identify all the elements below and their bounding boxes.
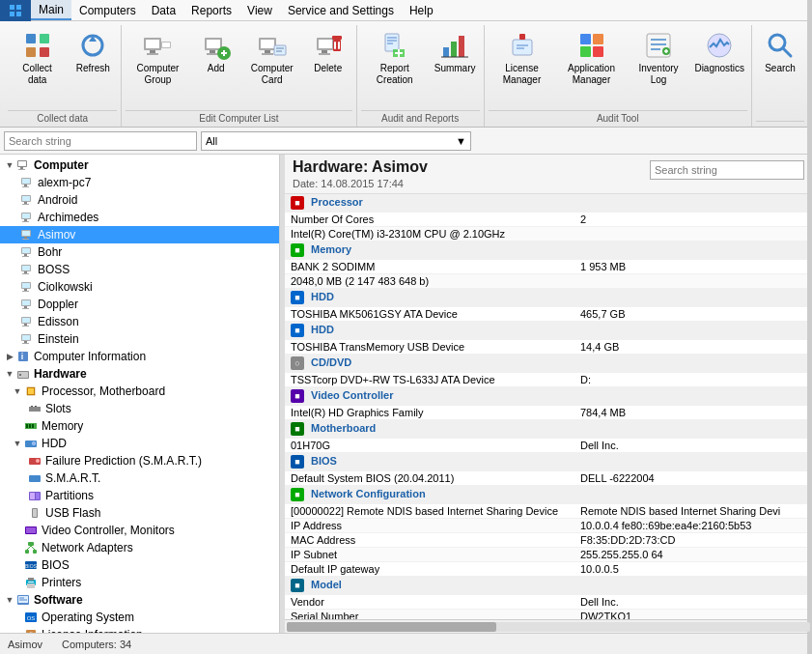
table-category-row: ■ HDD	[285, 289, 812, 307]
horizontal-scrollbar[interactable]	[285, 619, 812, 633]
menu-help[interactable]: Help	[402, 0, 441, 20]
app-button[interactable]	[0, 0, 31, 21]
row-label: TOSHIBA MK5061GSY ATA Device	[285, 307, 574, 322]
tree-section-hardware[interactable]: ▼ Hardware	[0, 365, 279, 383]
tree-item-label: Memory	[42, 419, 83, 433]
menu-reports[interactable]: Reports	[183, 0, 239, 20]
tree-item-hdd[interactable]: ▼ HDD	[0, 435, 279, 452]
collect-data-button[interactable]: Collect data	[8, 25, 67, 91]
svg-rect-120	[32, 424, 34, 428]
tree-item-archimedes[interactable]: Archimedes	[0, 209, 279, 226]
menu-data[interactable]: Data	[144, 0, 183, 20]
tree-item-einstein[interactable]: Einstein	[0, 330, 279, 348]
tree-item-alexm[interactable]: alexm-pc7	[0, 174, 279, 191]
row-value: 2	[574, 213, 812, 227]
svg-rect-142	[28, 578, 34, 581]
tree-item-os[interactable]: ▶ OS Operating System	[0, 609, 279, 626]
tree-item-asimov[interactable]: Asimov	[0, 226, 279, 243]
svg-rect-35	[334, 42, 336, 49]
add-button[interactable]: Add	[192, 25, 240, 79]
svg-rect-116	[35, 406, 37, 407]
row-label: [00000022] Remote NDIS based Internet Sh…	[285, 504, 574, 519]
menu-main[interactable]: Main	[31, 0, 71, 20]
tree-item-partitions[interactable]: Partitions	[0, 487, 279, 504]
row-value: 1 953 MB	[574, 260, 812, 274]
menu-service[interactable]: Service and Settings	[280, 0, 402, 20]
tree-item-usb[interactable]: USB Flash	[0, 504, 279, 522]
refresh-button[interactable]: Refresh	[69, 25, 117, 79]
summary-button[interactable]: Summary	[431, 25, 480, 79]
svg-rect-143	[27, 583, 35, 588]
svg-rect-69	[24, 185, 27, 186]
inventory-log-button[interactable]: Inventory Log	[628, 25, 690, 91]
ribbon-group-edit: Computer Group Add	[122, 25, 356, 127]
tree-item-bohr[interactable]: Bohr	[0, 243, 279, 261]
diagnostics-button[interactable]: Diagnostics	[692, 25, 748, 79]
cpu-category-icon: ■	[291, 196, 304, 210]
tree-item-smart[interactable]: S.M.A.R.T.	[0, 469, 279, 487]
table-category-row: ■ Motherboard	[285, 420, 812, 439]
computer-section-icon	[15, 157, 31, 173]
svg-rect-42	[451, 42, 457, 57]
svg-rect-88	[22, 266, 30, 270]
menu-view[interactable]: View	[239, 0, 280, 20]
search-button[interactable]: Search	[756, 25, 804, 79]
application-manager-button[interactable]: Application Manager	[558, 25, 626, 91]
svg-rect-0	[10, 5, 14, 10]
tree-item-edisson[interactable]: Edisson	[0, 313, 279, 330]
filter-dropdown[interactable]: All ▼	[201, 131, 471, 151]
svg-rect-2	[10, 12, 14, 16]
svg-rect-131	[33, 509, 37, 517]
tree-section-computer-info[interactable]: ▶ i Computer Information	[0, 348, 279, 365]
ribbon-group-edit-label: Edit Computer List	[126, 110, 351, 127]
license-manager-button[interactable]: License Manager	[489, 25, 556, 91]
ribbon-group-collect: Collect data Refresh Collect data	[4, 25, 122, 127]
hardware-icon	[15, 366, 31, 382]
tree-item-license[interactable]: ▶ © License Information	[0, 626, 279, 633]
bios-icon: BIOS	[23, 557, 39, 573]
tree-item-label: Failure Prediction (S.M.A.R.T.)	[45, 454, 202, 468]
svg-rect-82	[22, 239, 29, 240]
report-creation-button[interactable]: Report Creation	[361, 25, 429, 91]
tree-item-slots[interactable]: Slots	[0, 400, 279, 417]
delete-button[interactable]: Delete	[304, 25, 352, 79]
tree-item-printers[interactable]: ▶ Printers	[0, 574, 279, 591]
bios-category-icon: ■	[291, 455, 304, 469]
svg-rect-118	[26, 424, 28, 428]
filter-label: All	[206, 135, 217, 147]
computer-card-button[interactable]: Computer Card	[242, 25, 302, 91]
tree-item-video[interactable]: ▶ Video Controller, Monitors	[0, 522, 279, 539]
tree-item-doppler[interactable]: Doppler	[0, 296, 279, 313]
menu-computers[interactable]: Computers	[71, 0, 144, 20]
tree-item-label: Asimov	[38, 228, 75, 242]
tree-item-memory[interactable]: ▶ Memory	[0, 417, 279, 435]
tree-item-failure[interactable]: Failure Prediction (S.M.A.R.T.)	[0, 452, 279, 469]
tree-item-ciolkowski[interactable]: Ciolkowski	[0, 278, 279, 296]
tree-item-processor[interactable]: ▼ Processor, Motherboard	[0, 383, 279, 400]
svg-rect-65	[20, 167, 23, 169]
computer-group-button[interactable]: Computer Group	[126, 25, 189, 91]
info-icon: i	[15, 349, 31, 364]
svg-rect-77	[24, 219, 27, 221]
svg-rect-119	[29, 424, 31, 428]
tree-section-software[interactable]: ▼ Software	[0, 591, 279, 609]
tree-item-boss[interactable]: BOSS	[0, 261, 279, 278]
search-input[interactable]	[4, 131, 197, 151]
tree-item-android[interactable]: Android	[0, 191, 279, 209]
category-label: Processor	[311, 196, 363, 208]
detail-search-input[interactable]	[650, 160, 804, 180]
svg-rect-36	[338, 42, 340, 49]
table-row: TSSTcorp DVD+-RW TS-L633J ATA Device D:	[285, 373, 812, 387]
row-label: TSSTcorp DVD+-RW TS-L633J ATA Device	[285, 373, 574, 387]
tree-item-bios[interactable]: ▶ BIOS BIOS	[0, 556, 279, 574]
tree-item-network[interactable]: ▶ Network Adapters	[0, 539, 279, 556]
hdd-category-icon: ■	[291, 324, 304, 337]
category-label: CD/DVD	[311, 356, 351, 368]
computer-icon	[19, 279, 35, 295]
table-category-row: ■ Processor	[285, 194, 812, 213]
svg-rect-126	[29, 475, 41, 482]
table-row: MAC Address F8:35:DD:2D:73:CD	[285, 533, 812, 548]
svg-rect-43	[459, 36, 464, 57]
expand-icon: ▼	[4, 160, 15, 170]
svg-rect-66	[18, 169, 25, 170]
